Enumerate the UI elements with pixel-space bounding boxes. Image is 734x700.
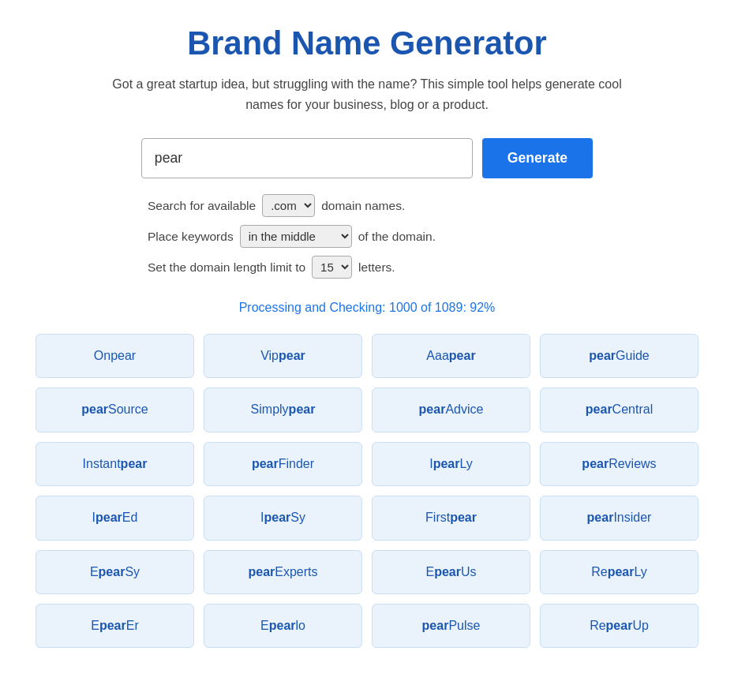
result-card[interactable]: RepearUp: [540, 604, 698, 648]
result-card[interactable]: IpearEd: [36, 496, 194, 540]
result-card[interactable]: Aaapear: [372, 334, 530, 378]
result-card[interactable]: pearReviews: [540, 442, 698, 486]
result-card[interactable]: pearInsider: [540, 496, 698, 540]
result-card[interactable]: pearFinder: [204, 442, 362, 486]
domain-select[interactable]: .com .net .org .io: [262, 194, 315, 217]
domain-suffix-label: domain names.: [321, 199, 405, 213]
result-card[interactable]: EpearUs: [372, 550, 530, 594]
search-row: Generate: [28, 138, 706, 178]
result-card[interactable]: Firstpear: [372, 496, 530, 540]
status-bar: Processing and Checking: 1000 of 1089: 9…: [28, 301, 706, 315]
result-card[interactable]: IpearSy: [204, 496, 362, 540]
result-card[interactable]: Epearlo: [204, 604, 362, 648]
result-card[interactable]: pearAdvice: [372, 387, 530, 432]
result-card[interactable]: Instantpear: [36, 442, 194, 486]
placement-prefix-label: Place keywords: [148, 230, 234, 244]
result-card[interactable]: pearPulse: [372, 604, 530, 648]
result-card[interactable]: pearExperts: [204, 550, 362, 594]
result-card[interactable]: pearGuide: [540, 334, 698, 378]
placement-suffix-label: of the domain.: [358, 230, 436, 244]
search-input[interactable]: [141, 138, 473, 178]
result-card[interactable]: Vippear: [204, 334, 362, 378]
length-suffix-label: letters.: [358, 260, 395, 275]
length-select[interactable]: 10 12 15 20 25 30: [312, 256, 352, 279]
results-grid: OnpearVippearAaapearpearGuidepearSourceS…: [28, 334, 706, 648]
subtitle-text: Got a great startup idea, but struggling…: [110, 74, 624, 114]
header-section: Brand Name Generator Got a great startup…: [28, 24, 706, 114]
domain-option-row: Search for available .com .net .org .io …: [148, 194, 405, 217]
result-card[interactable]: Onpear: [36, 334, 194, 378]
result-card[interactable]: pearCentral: [540, 387, 698, 432]
placement-select[interactable]: at the beginning in the middle at the en…: [240, 225, 352, 248]
options-section: Search for available .com .net .org .io …: [148, 194, 706, 279]
result-card[interactable]: IpearLy: [372, 442, 530, 486]
length-option-row: Set the domain length limit to 10 12 15 …: [148, 256, 395, 279]
placement-option-row: Place keywords at the beginning in the m…: [148, 225, 436, 248]
page-title: Brand Name Generator: [28, 24, 706, 63]
result-card[interactable]: EpearSy: [36, 550, 194, 594]
result-card[interactable]: EpearEr: [36, 604, 194, 648]
result-card[interactable]: Simplypear: [204, 387, 362, 432]
domain-prefix-label: Search for available: [148, 199, 256, 213]
generate-button[interactable]: Generate: [482, 138, 593, 178]
length-prefix-label: Set the domain length limit to: [148, 260, 305, 275]
result-card[interactable]: RepearLy: [540, 550, 698, 594]
status-text: Processing and Checking: 1000 of 1089: 9…: [239, 301, 496, 314]
result-card[interactable]: pearSource: [36, 387, 194, 432]
